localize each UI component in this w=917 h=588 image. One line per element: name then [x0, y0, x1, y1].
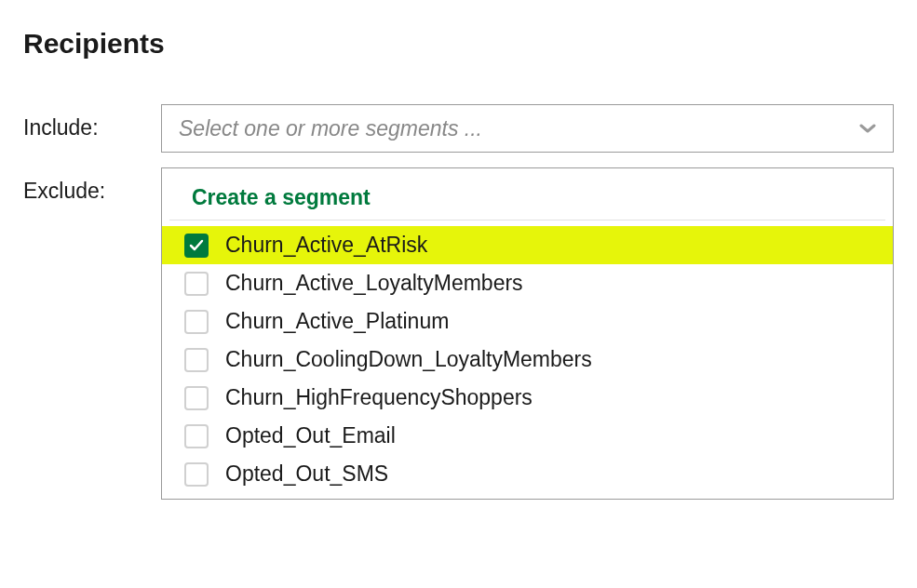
segment-label: Churn_Active_AtRisk	[225, 233, 427, 258]
segment-checkbox[interactable]	[184, 424, 209, 448]
segment-option[interactable]: Churn_Active_Platinum	[162, 302, 893, 341]
exclude-dropdown-panel: Create a segment Churn_Active_AtRiskChur…	[161, 167, 894, 500]
page-title: Recipients	[23, 28, 894, 60]
include-select-wrapper: Select one or more segments ...	[161, 104, 894, 153]
segment-label: Opted_Out_Email	[225, 423, 396, 448]
segment-label: Churn_CoolingDown_LoyaltyMembers	[225, 347, 592, 372]
segment-checkbox[interactable]	[184, 348, 209, 372]
chevron-down-icon	[859, 123, 876, 134]
exclude-label: Exclude:	[23, 167, 161, 204]
segment-option[interactable]: Churn_CoolingDown_LoyaltyMembers	[162, 341, 893, 379]
segment-label: Churn_HighFrequencyShoppers	[225, 385, 533, 410]
segment-option[interactable]: Opted_Out_Email	[162, 417, 893, 455]
segment-checkbox[interactable]	[184, 234, 209, 258]
include-placeholder: Select one or more segments ...	[179, 116, 482, 141]
segment-options-list: Churn_Active_AtRiskChurn_Active_LoyaltyM…	[162, 226, 893, 493]
segment-label: Churn_Active_LoyaltyMembers	[225, 271, 523, 296]
segment-option[interactable]: Churn_Active_AtRisk	[162, 226, 893, 264]
exclude-row: Exclude: Create a segment Churn_Active_A…	[23, 167, 894, 500]
include-label: Include:	[23, 104, 161, 140]
segment-checkbox[interactable]	[184, 462, 209, 487]
create-segment-link[interactable]: Create a segment	[169, 181, 885, 220]
segment-option[interactable]: Opted_Out_SMS	[162, 455, 893, 493]
include-select[interactable]: Select one or more segments ...	[161, 104, 894, 153]
segment-option[interactable]: Churn_HighFrequencyShoppers	[162, 379, 893, 417]
segment-label: Churn_Active_Platinum	[225, 309, 449, 334]
exclude-select-wrapper: Create a segment Churn_Active_AtRiskChur…	[161, 167, 894, 500]
segment-checkbox[interactable]	[184, 272, 209, 296]
include-row: Include: Select one or more segments ...	[23, 104, 894, 153]
segment-checkbox[interactable]	[184, 310, 209, 334]
segment-option[interactable]: Churn_Active_LoyaltyMembers	[162, 264, 893, 302]
segment-checkbox[interactable]	[184, 386, 209, 410]
segment-label: Opted_Out_SMS	[225, 461, 388, 487]
